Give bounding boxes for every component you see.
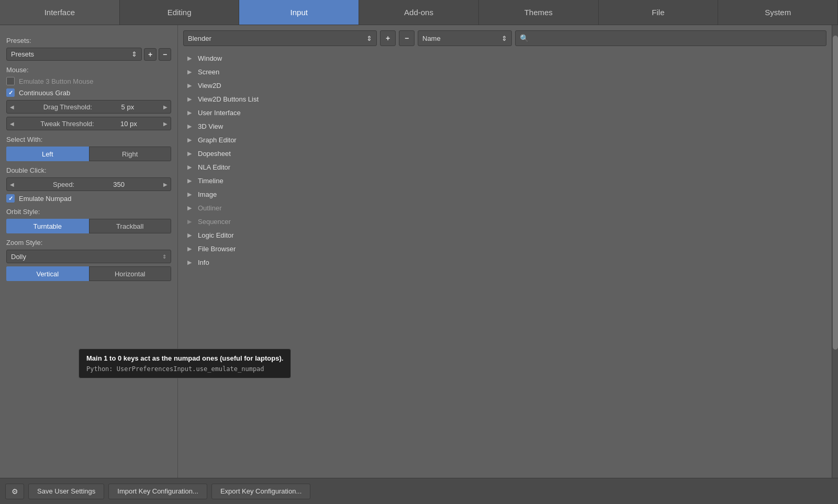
- keymap-label-view2d-buttons: View2D Buttons List: [198, 95, 259, 103]
- keymap-preset-dropdown[interactable]: Blender ⇕: [183, 30, 377, 46]
- tab-editing[interactable]: Editing: [120, 0, 240, 25]
- drag-threshold-value: 5 px: [121, 103, 135, 111]
- tweak-threshold-arrow-left: ◀: [10, 121, 14, 127]
- keymap-item-image[interactable]: ▶ Image: [183, 187, 826, 201]
- mouse-label: Mouse:: [6, 66, 171, 74]
- keymap-label-logic-editor: Logic Editor: [198, 231, 234, 239]
- tweak-threshold-field[interactable]: ◀ Tweak Threshold: 10 px ▶: [6, 117, 171, 130]
- tab-input[interactable]: Input: [239, 0, 359, 25]
- continuous-grab-row[interactable]: Continuous Grab: [6, 88, 171, 97]
- zoom-horizontal-btn[interactable]: Horizontal: [89, 266, 172, 281]
- keymap-triangle-user-interface: ▶: [185, 108, 194, 117]
- keymap-item-timeline[interactable]: ▶ Timeline: [183, 174, 826, 187]
- trackball-btn[interactable]: Trackball: [89, 219, 172, 233]
- right-panel: Blender ⇕ + − Name ⇕ 🔍 ▶ Window ▶ Screen: [178, 25, 832, 478]
- tab-addons[interactable]: Add-ons: [359, 0, 479, 25]
- zoom-style-value: Dolly: [11, 253, 26, 261]
- keymap-item-view2d[interactable]: ▶ View2D: [183, 79, 826, 92]
- zoom-vertical-btn[interactable]: Vertical: [6, 266, 89, 281]
- emulate-3btn-row[interactable]: Emulate 3 Button Mouse: [6, 77, 171, 85]
- presets-remove-btn[interactable]: −: [159, 48, 171, 61]
- zoom-style-dropdown[interactable]: Dolly ⇕: [6, 250, 171, 263]
- speed-field[interactable]: ◀ Speed: 350 ▶: [6, 177, 171, 191]
- select-right-btn[interactable]: Right: [89, 147, 172, 161]
- keymap-triangle-3dview: ▶: [185, 122, 194, 130]
- emulate-numpad-row[interactable]: Emulate Numpad: [6, 194, 171, 203]
- drag-threshold-arrow-left: ◀: [10, 104, 14, 110]
- emulate-numpad-checkbox[interactable]: [6, 194, 15, 203]
- tweak-threshold-label: Tweak Threshold:: [40, 120, 94, 128]
- keymap-item-logic-editor[interactable]: ▶ Logic Editor: [183, 228, 826, 242]
- keymap-search-box[interactable]: 🔍: [515, 30, 826, 46]
- keymap-list: ▶ Window ▶ Screen ▶ View2D ▶ View2D Butt…: [183, 51, 826, 269]
- search-input[interactable]: [532, 35, 822, 42]
- import-key-config-btn[interactable]: Import Key Configuration...: [108, 484, 207, 499]
- tab-themes[interactable]: Themes: [479, 0, 599, 25]
- keymap-item-view2d-buttons[interactable]: ▶ View2D Buttons List: [183, 92, 826, 106]
- save-user-settings-btn[interactable]: Save User Settings: [28, 484, 104, 499]
- keymap-item-graph-editor[interactable]: ▶ Graph Editor: [183, 133, 826, 147]
- settings-icon-btn[interactable]: ⚙: [5, 484, 24, 499]
- tweak-threshold-value: 10 px: [120, 120, 137, 128]
- drag-threshold-field[interactable]: ◀ Drag Threshold: 5 px ▶: [6, 100, 171, 114]
- keymap-label-view2d: View2D: [198, 82, 221, 89]
- emulate-numpad-tooltip: Main 1 to 0 keys act as the numpad ones …: [79, 349, 178, 378]
- keymap-item-window[interactable]: ▶ Window: [183, 51, 826, 65]
- select-with-label: Select With:: [6, 136, 171, 143]
- presets-dropdown[interactable]: Presets ⇕: [6, 48, 142, 61]
- keymap-label-file-browser: File Browser: [198, 245, 236, 253]
- keymap-triangle-sequencer: ▶: [185, 217, 194, 226]
- double-click-label: Double Click:: [6, 166, 171, 174]
- tab-system[interactable]: System: [718, 0, 838, 25]
- keymap-triangle-view2d: ▶: [185, 81, 194, 89]
- keymap-item-nla-editor[interactable]: ▶ NLA Editor: [183, 160, 826, 174]
- keymap-item-dopesheet[interactable]: ▶ Dopesheet: [183, 147, 826, 160]
- keymap-triangle-graph-editor: ▶: [185, 136, 194, 144]
- left-panel: Presets: Presets ⇕ + − Mouse: Emulate 3 …: [0, 25, 178, 478]
- emulate-3btn-checkbox[interactable]: [6, 77, 15, 85]
- keymap-triangle-dopesheet: ▶: [185, 149, 194, 158]
- presets-label: Presets:: [6, 37, 171, 44]
- keymap-item-outliner[interactable]: ▶ Outliner: [183, 201, 826, 215]
- keymap-add-btn[interactable]: +: [380, 30, 396, 46]
- keymap-triangle-view2d-buttons: ▶: [185, 95, 194, 103]
- keymap-item-user-interface[interactable]: ▶ User Interface: [183, 106, 826, 119]
- export-key-config-btn[interactable]: Export Key Configuration...: [211, 484, 310, 499]
- keymap-label-sequencer: Sequencer: [198, 218, 231, 226]
- keymap-preset-label: Blender: [188, 35, 211, 42]
- keymap-name-dropdown[interactable]: Name ⇕: [418, 30, 512, 46]
- keymap-remove-btn[interactable]: −: [399, 30, 415, 46]
- tab-interface[interactable]: Interface: [0, 0, 120, 25]
- keymap-item-file-browser[interactable]: ▶ File Browser: [183, 242, 826, 255]
- keymap-triangle-image: ▶: [185, 190, 194, 198]
- keymap-label-image: Image: [198, 191, 217, 198]
- keymap-label-timeline: Timeline: [198, 177, 224, 185]
- keymap-label-dopesheet: Dopesheet: [198, 150, 231, 158]
- keymap-triangle-window: ▶: [185, 54, 194, 62]
- select-with-group: Left Right: [6, 147, 171, 161]
- keymap-label-graph-editor: Graph Editor: [198, 136, 237, 144]
- presets-value: Presets: [11, 50, 34, 58]
- main-layout: Presets: Presets ⇕ + − Mouse: Emulate 3 …: [0, 25, 838, 478]
- scrollbar[interactable]: [832, 25, 838, 478]
- continuous-grab-label: Continuous Grab: [19, 89, 70, 97]
- presets-add-btn[interactable]: +: [144, 48, 157, 61]
- keymap-item-screen[interactable]: ▶ Screen: [183, 65, 826, 79]
- scrollbar-thumb[interactable]: [833, 36, 838, 350]
- tab-file[interactable]: File: [599, 0, 719, 25]
- keymap-item-info[interactable]: ▶ Info: [183, 255, 826, 269]
- select-left-btn[interactable]: Left: [6, 147, 89, 161]
- keymap-item-sequencer[interactable]: ▶ Sequencer: [183, 215, 826, 228]
- keymap-label-info: Info: [198, 259, 209, 266]
- keymap-triangle-file-browser: ▶: [185, 244, 194, 253]
- speed-arrow-right: ▶: [163, 182, 167, 187]
- keymap-item-3dview[interactable]: ▶ 3D View: [183, 119, 826, 133]
- orbit-style-group: Turntable Trackball: [6, 219, 171, 233]
- continuous-grab-checkbox[interactable]: [6, 88, 15, 97]
- keymap-preset-arrows: ⇕: [366, 35, 372, 42]
- turntable-btn[interactable]: Turntable: [6, 219, 89, 233]
- tooltip-title: Main 1 to 0 keys act as the numpad ones …: [86, 354, 178, 362]
- emulate-3btn-label: Emulate 3 Button Mouse: [19, 77, 93, 85]
- keymap-name-arrows: ⇕: [501, 35, 507, 42]
- settings-icon: ⚙: [12, 487, 18, 496]
